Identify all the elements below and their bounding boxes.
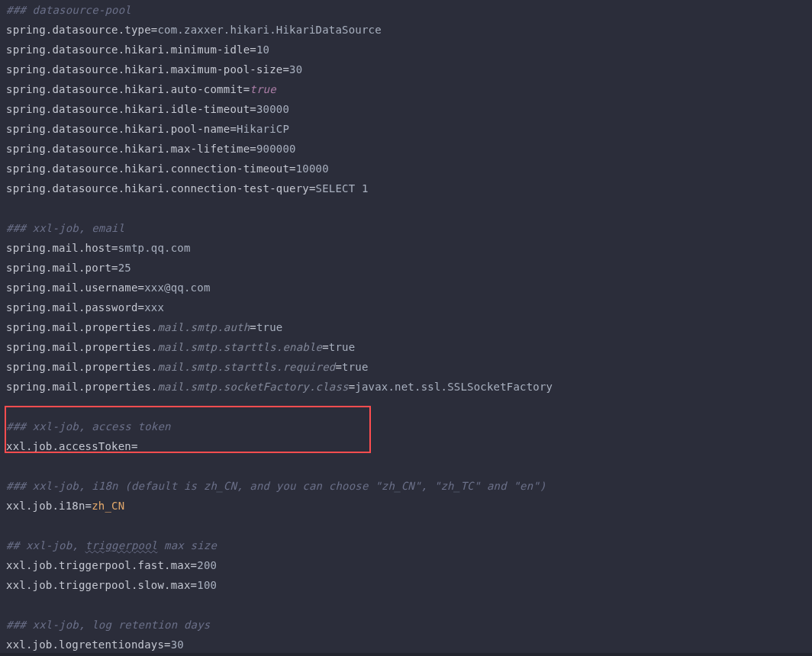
- property-value: smtp.qq.com: [118, 242, 191, 254]
- code-line[interactable]: [6, 397, 812, 416]
- property-value: zh_CN: [92, 500, 124, 512]
- code-line[interactable]: [6, 456, 812, 476]
- code-line[interactable]: [6, 595, 812, 615]
- code-line[interactable]: ### xxl-job, access token: [6, 416, 812, 436]
- property-value: xxx@qq.com: [144, 281, 210, 294]
- code-line[interactable]: spring.datasource.hikari.max-lifetime=90…: [6, 139, 812, 159]
- code-line[interactable]: xxl.job.i18n=zh_CN: [6, 496, 812, 516]
- property-key-italic: mail.smtp.auth: [157, 321, 250, 333]
- property-value: true: [250, 83, 276, 95]
- code-line[interactable]: xxl.job.accessToken=: [6, 436, 812, 456]
- code-line[interactable]: spring.mail.properties.mail.smtp.auth=tr…: [6, 317, 812, 337]
- property-key: spring.datasource.hikari.maximum-pool-si…: [6, 63, 282, 76]
- property-key: spring.datasource.hikari.max-lifetime: [6, 143, 250, 155]
- comment-text: max size: [157, 539, 217, 551]
- code-line[interactable]: xxl.job.logretentiondays=30: [6, 635, 812, 654]
- property-value: 900000: [256, 143, 296, 155]
- code-line[interactable]: spring.mail.username=xxx@qq.com: [6, 278, 812, 297]
- property-key: xxl.job.i18n: [6, 500, 85, 512]
- code-line[interactable]: spring.mail.properties.mail.smtp.starttl…: [6, 357, 812, 377]
- property-value: com.zaxxer.hikari.HikariDataSource: [157, 24, 381, 36]
- code-line[interactable]: [6, 198, 812, 218]
- equals-sign: =: [191, 579, 198, 591]
- equals-sign: =: [111, 242, 118, 254]
- property-value: 10000: [296, 162, 329, 175]
- code-line[interactable]: spring.datasource.hikari.connection-test…: [6, 178, 812, 198]
- property-key: spring.datasource.type: [6, 24, 151, 36]
- property-key: spring.datasource.hikari.idle-timeout: [6, 103, 250, 115]
- equals-sign: =: [250, 103, 256, 115]
- code-line[interactable]: spring.mail.properties.mail.smtp.socketF…: [6, 377, 812, 397]
- code-line[interactable]: spring.datasource.hikari.auto-commit=tru…: [6, 79, 812, 99]
- property-value: 30: [171, 638, 184, 651]
- code-line[interactable]: xxl.job.triggerpool.slow.max=100: [6, 575, 812, 595]
- property-key-italic: mail.smtp.starttls.enable: [157, 341, 322, 353]
- equals-sign: =: [335, 361, 342, 373]
- code-line[interactable]: spring.mail.properties.mail.smtp.starttl…: [6, 337, 812, 357]
- code-line[interactable]: [6, 516, 812, 535]
- code-content[interactable]: ### datasource-poolspring.datasource.typ…: [6, 0, 812, 654]
- property-key: spring.datasource.hikari.connection-test…: [6, 182, 309, 195]
- equals-sign: =: [289, 162, 296, 175]
- equals-sign: =: [85, 500, 92, 512]
- property-key: xxl.job.triggerpool.fast.max: [6, 559, 191, 571]
- equals-sign: =: [250, 143, 256, 155]
- property-key: xxl.job.triggerpool.slow.max: [6, 579, 191, 591]
- property-key: spring.mail.password: [6, 301, 138, 314]
- property-value: 30: [289, 63, 302, 76]
- code-editor[interactable]: ### datasource-poolspring.datasource.typ…: [0, 0, 812, 656]
- property-value: 30000: [256, 103, 289, 115]
- property-key: spring.datasource.hikari.connection-time…: [6, 162, 289, 175]
- vertical-scrollbar-track[interactable]: [804, 0, 812, 653]
- bottom-border: [0, 653, 812, 656]
- code-line[interactable]: spring.datasource.hikari.maximum-pool-si…: [6, 59, 812, 79]
- code-line[interactable]: ## xxl-job, triggerpool max size: [6, 535, 812, 555]
- equals-sign: =: [250, 43, 256, 56]
- code-line[interactable]: spring.datasource.hikari.idle-timeout=30…: [6, 99, 812, 119]
- code-line[interactable]: spring.mail.password=xxx: [6, 297, 812, 317]
- equals-sign: =: [191, 559, 198, 571]
- code-line[interactable]: ### xxl-job, i18n (default is zh_CN, and…: [6, 476, 812, 496]
- code-line[interactable]: spring.datasource.type=com.zaxxer.hikari…: [6, 20, 812, 40]
- property-key: spring.mail.properties.: [6, 361, 157, 373]
- property-value: 25: [118, 262, 131, 274]
- property-key: xxl.job.accessToken: [6, 440, 131, 452]
- equals-sign: =: [282, 63, 289, 76]
- comment-text: ## xxl-job,: [6, 539, 85, 551]
- gutter: [0, 0, 3, 656]
- equals-sign: =: [230, 123, 237, 135]
- property-key: spring.datasource.hikari.auto-commit: [6, 83, 243, 95]
- property-value: 10: [256, 43, 269, 56]
- equals-sign: =: [131, 440, 138, 452]
- equals-sign: =: [243, 83, 250, 95]
- code-line[interactable]: spring.datasource.hikari.minimum-idle=10: [6, 40, 812, 59]
- property-value: true: [256, 321, 283, 333]
- equals-sign: =: [250, 321, 256, 333]
- property-value: true: [342, 361, 369, 373]
- property-key: xxl.job.logretentiondays: [6, 638, 164, 651]
- code-line[interactable]: xxl.job.triggerpool.fast.max=200: [6, 555, 812, 575]
- equals-sign: =: [111, 262, 118, 274]
- comment-text: ### datasource-pool: [6, 4, 131, 16]
- property-key: spring.mail.host: [6, 242, 111, 254]
- comment-text: ### xxl-job, access token: [6, 420, 171, 433]
- comment-text: ### xxl-job, i18n (default is zh_CN, and…: [6, 480, 546, 492]
- code-line[interactable]: ### datasource-pool: [6, 0, 812, 20]
- property-key: spring.datasource.hikari.minimum-idle: [6, 43, 250, 56]
- property-value: SELECT 1: [316, 182, 369, 195]
- property-value: 100: [197, 579, 217, 591]
- property-key: spring.mail.properties.: [6, 381, 157, 393]
- property-value: 200: [197, 559, 217, 571]
- code-line[interactable]: ### xxl-job, email: [6, 218, 812, 238]
- property-key-italic: mail.smtp.starttls.required: [157, 361, 335, 373]
- property-value: true: [329, 341, 356, 353]
- code-line[interactable]: spring.mail.port=25: [6, 258, 812, 278]
- property-key-italic: mail.smtp.socketFactory.class: [157, 381, 348, 393]
- property-key: spring.mail.properties.: [6, 341, 157, 353]
- code-line[interactable]: ### xxl-job, log retention days: [6, 615, 812, 635]
- equals-sign: =: [138, 281, 145, 294]
- code-line[interactable]: spring.datasource.hikari.pool-name=Hikar…: [6, 119, 812, 139]
- code-line[interactable]: spring.mail.host=smtp.qq.com: [6, 238, 812, 258]
- property-value: HikariCP: [237, 123, 289, 135]
- code-line[interactable]: spring.datasource.hikari.connection-time…: [6, 159, 812, 178]
